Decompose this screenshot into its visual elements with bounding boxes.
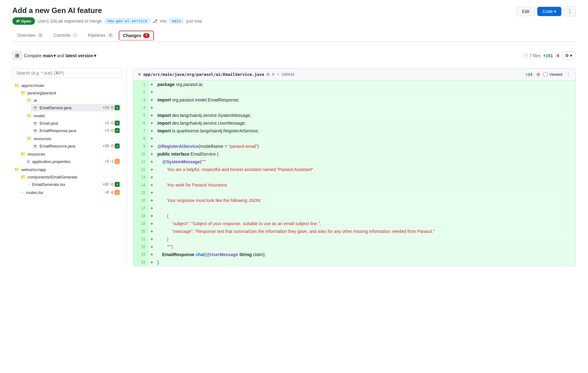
- tab-overview[interactable]: Overview 0: [12, 30, 49, 41]
- tab-pipelines[interactable]: Pipelines 0: [83, 30, 119, 41]
- search-input[interactable]: [12, 68, 121, 78]
- file-emailresponse-java[interactable]: ☕ EmailResponse.java +3 -0 +: [31, 127, 121, 134]
- file-routes-tsx[interactable]: ⚛ routes.tsx +8 -8 ±: [19, 189, 121, 196]
- pr-title: Add a new Gen AI feature: [12, 6, 517, 15]
- file-emailservice-java[interactable]: ☕ EmailService.java +24 -0 +: [31, 104, 121, 111]
- chevron-down-icon: ▾: [554, 9, 556, 14]
- status-badge: ⇄ Open: [12, 17, 35, 25]
- folder-app-src-main-label[interactable]: 📁 app/src/main: [12, 82, 121, 89]
- diff-row: 22 + """): [133, 243, 575, 251]
- meta-text: User1 GitLab requested to merge: [37, 19, 102, 24]
- file-count: 📄 7 files: [523, 53, 541, 58]
- compare-from-branch[interactable]: main ▾: [43, 53, 56, 58]
- folder-webui-src-app-children: 📁 components/EmailGenerate ⚛ EmailGenera…: [12, 173, 121, 196]
- folder-components-emailgenerate-label[interactable]: 📁 components/EmailGenerate: [19, 173, 121, 181]
- folder-resources-java-label[interactable]: 📁 resources: [25, 135, 121, 142]
- edit-button[interactable]: Edit: [517, 7, 535, 16]
- folder-resources-main: 📁 resources ⚙ application.properties +5: [19, 150, 121, 165]
- tab-changes-count: 7: [143, 33, 150, 38]
- file-icon: 📄: [523, 53, 528, 58]
- file-tree: 📁 app/src/main 📁 java/org/parasol: [12, 68, 127, 266]
- folder-ai-label[interactable]: 📁 ai: [25, 96, 121, 104]
- java-icon: ☕: [33, 105, 38, 110]
- compare-bar: ⊞ Compare main ▾ and latest version ▾ 📄 …: [12, 48, 576, 63]
- tab-changes-label: Changes: [123, 33, 141, 38]
- tab-pipelines-label: Pipelines: [88, 33, 105, 38]
- react-icon: ⚛: [20, 190, 24, 195]
- folder-model-label[interactable]: 📁 model: [25, 112, 121, 119]
- source-branch-tag[interactable]: new-gen-ai-service: [104, 18, 150, 24]
- diff-row: 14 + You work for Parasol Insurance.: [133, 181, 575, 189]
- total-additions: +151: [543, 53, 553, 58]
- header-actions: Edit Code ▾ ⋮: [517, 6, 576, 16]
- tab-pipelines-count: 0: [107, 33, 114, 38]
- tab-commits[interactable]: Commits -: [49, 30, 83, 41]
- file-emailgenerate-tsx[interactable]: ⚛ EmailGenerate.tsx +82 -0 +: [25, 181, 121, 188]
- diff-row: 9 + @RegisterAiService(modelName = "para…: [133, 143, 575, 150]
- folder-ai: 📁 ai ☕ EmailService.java: [25, 96, 121, 111]
- diff-row: 10 + public interface EmailService {: [133, 150, 575, 158]
- folder-resources-main-label[interactable]: 📁 resources: [19, 150, 121, 158]
- main-layout: 📁 app/src/main 📁 java/org/parasol: [12, 68, 576, 266]
- time-text: just now: [186, 19, 202, 24]
- diff-row: 23 + EmailResponse chat(@UserMessage Str…: [133, 251, 575, 259]
- folder-components-emailgenerate: 📁 components/EmailGenerate ⚛ EmailGenera…: [19, 173, 121, 188]
- merge-into-icon: ⎇: [152, 19, 157, 24]
- java-icon: ☕: [33, 144, 38, 148]
- folder-icon: 📁: [20, 152, 26, 156]
- compare-version[interactable]: latest version ▾: [66, 53, 96, 58]
- diff-row: 8 +: [133, 135, 575, 143]
- folder-app-src-main: 📁 app/src/main 📁 java/org/parasol: [12, 82, 121, 165]
- folder-java-org-parasol-children: 📁 ai ☕ EmailService.java: [19, 96, 121, 150]
- tree-toggle-button[interactable]: ⊞: [12, 51, 22, 60]
- file-application-properties[interactable]: ⚙ application.properties +5 -1 ±: [25, 158, 121, 165]
- collapse-icon[interactable]: ▾: [138, 71, 141, 77]
- diff-row: 19 + "subject": "Subject of your respons…: [133, 220, 575, 228]
- page-container: Add a new Gen AI feature ⇄ Open User1 Gi…: [0, 0, 588, 272]
- tabs-bar: Overview 0 Commits - Pipelines 0 Changes…: [12, 30, 576, 42]
- viewed-checkbox[interactable]: [543, 72, 548, 76]
- tab-commits-label: Commits: [53, 33, 70, 38]
- pr-meta: ⇄ Open User1 GitLab requested to merge n…: [12, 17, 517, 25]
- folder-java-org-parasol: 📁 java/org/parasol 📁 ai: [19, 89, 121, 150]
- target-branch-tag[interactable]: main: [169, 18, 184, 24]
- copy-icon[interactable]: ⧉: [266, 72, 270, 77]
- diff-row: 12 + You are a helpful, respectful and h…: [133, 166, 575, 174]
- tab-changes[interactable]: Changes 7: [119, 31, 154, 41]
- folder-webui-src-app: 📁 webui/src/app 📁 components/EmailGenera…: [12, 166, 121, 196]
- tab-commits-count: -: [72, 33, 78, 38]
- merge-icon: ⇄: [16, 19, 20, 24]
- into-text: into: [160, 19, 167, 24]
- folder-model-children: ☕ Email.java +3 -0 +: [25, 119, 121, 134]
- folder-icon: 📁: [14, 167, 19, 172]
- page-header: Add a new Gen AI feature ⇄ Open User1 Gi…: [12, 6, 576, 25]
- diff-deletions: -0: [536, 72, 540, 77]
- file-emailresource-java[interactable]: ☕ EmailResource.java +26 -0 +: [31, 142, 121, 150]
- folder-ai-children: ☕ EmailService.java +24 -0 +: [25, 104, 121, 111]
- diff-more-button[interactable]: ⋮: [566, 72, 570, 77]
- diff-settings-button[interactable]: ⚙ ▾: [562, 51, 576, 60]
- folder-java-org-parasol-label[interactable]: 📁 java/org/parasol: [19, 89, 121, 96]
- file-email-java[interactable]: ☕ Email.java +3 -0 +: [31, 119, 121, 127]
- compare-right: 📄 7 files +151 -9 ⚙ ▾: [523, 51, 576, 60]
- status-text: Open: [21, 19, 31, 24]
- diff-row: 15 +: [133, 189, 575, 197]
- diff-filename: app/src/main/java/org/parasol/ai/EmailSe…: [143, 72, 264, 77]
- more-button[interactable]: ⋮: [564, 6, 576, 16]
- folder-icon: 📁: [20, 90, 26, 95]
- code-button[interactable]: Code ▾: [537, 7, 561, 16]
- folder-resources-java: 📁 resources ☕ EmailResource.java: [25, 135, 121, 150]
- diff-row: 1 + package org.parasol.ai;: [133, 81, 575, 88]
- diff-file-header: ▾ app/src/main/java/org/parasol/ai/Email…: [133, 68, 576, 81]
- diff-row: 5 + import dev.langchain4j.service.Syste…: [133, 112, 575, 119]
- diff-row: 3 + import org.parasol.model.EmailRespon…: [133, 96, 575, 104]
- folder-webui-src-app-label[interactable]: 📁 webui/src/app: [12, 166, 121, 173]
- viewed-label[interactable]: Viewed: [543, 72, 562, 77]
- diff-row: 2 +: [133, 88, 575, 96]
- folder-icon: 📁: [20, 174, 26, 179]
- diff-row: 21 + }: [133, 235, 575, 243]
- java-icon: ☕: [33, 121, 38, 126]
- diff-content: 1 + package org.parasol.ai; 2 + 3 + impo…: [133, 81, 576, 266]
- diff-row: 24 + }: [133, 259, 575, 266]
- settings-chevron-icon: ▾: [570, 53, 572, 58]
